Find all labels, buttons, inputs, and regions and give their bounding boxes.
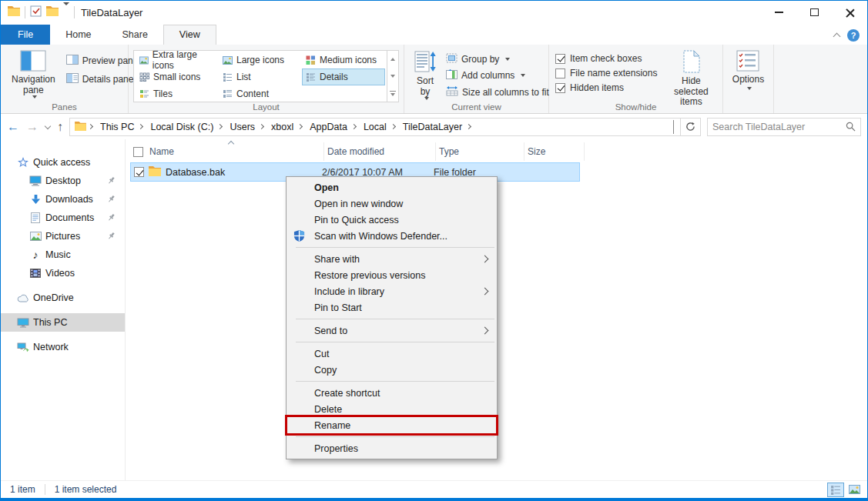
view-medium-icons[interactable]: Medium icons [302, 52, 385, 68]
menu-item-cut[interactable]: Cut [287, 346, 497, 362]
status-bar: 1 item 1 item selected [1, 480, 867, 498]
item-check-boxes-checkbox[interactable]: Item check boxes [555, 53, 657, 64]
sidebar-item-network[interactable]: Network [1, 338, 125, 356]
details-view-icon [830, 485, 841, 495]
file-name-extensions-checkbox[interactable]: File name extensions [555, 68, 657, 78]
layout-gallery: Extra large icons Large icons Medium ico… [133, 50, 387, 102]
menu-item-open-in-new-window[interactable]: Open in new window [287, 195, 497, 212]
group-label-layout: Layout [129, 102, 404, 112]
gallery-more-button[interactable] [387, 85, 398, 102]
view-large-icons[interactable]: Large icons [219, 52, 302, 68]
breadcrumb-chevron-icon [466, 124, 471, 129]
sidebar-item-desktop[interactable]: Desktop [1, 172, 125, 190]
onedrive-cloud-icon [16, 294, 30, 302]
size-all-columns-button[interactable]: Size all columns to fit [443, 84, 552, 100]
breadcrumb-local-disk-c[interactable]: Local Disk (C:) [146, 119, 226, 135]
sidebar-item-this-pc[interactable]: This PC [1, 313, 125, 332]
sidebar-item-videos[interactable]: Videos [1, 264, 125, 282]
menu-item-delete[interactable]: Delete [287, 401, 497, 417]
customize-toolbar-dropdown-icon[interactable] [63, 5, 69, 19]
tab-view[interactable]: View [163, 25, 216, 45]
column-header-size[interactable]: Size [524, 142, 585, 161]
menu-item-properties[interactable]: Properties [287, 440, 497, 456]
explorer-folder-icon[interactable] [8, 5, 20, 19]
menu-item-rename[interactable]: Rename [287, 417, 497, 433]
menu-item-create-shortcut[interactable]: Create shortcut [287, 385, 497, 401]
minimize-button[interactable] [761, 1, 796, 24]
sidebar-item-downloads[interactable]: Downloads [1, 190, 125, 209]
menu-item-restore-previous-versions[interactable]: Restore previous versions [287, 267, 497, 283]
window-title: TileDataLayer [81, 7, 142, 18]
search-input[interactable] [712, 122, 846, 132]
hidden-items-checkbox[interactable]: Hidden items [555, 82, 657, 93]
breadcrumb-local[interactable]: Local [360, 119, 399, 135]
view-tiles[interactable]: Tiles [136, 85, 219, 102]
folder-icon [149, 166, 161, 179]
details-view-toggle-button[interactable] [827, 483, 844, 497]
sidebar-item-music[interactable]: ♪ Music [1, 245, 125, 264]
menu-item-pin-to-start[interactable]: Pin to Start [287, 299, 497, 316]
search-box[interactable] [707, 118, 861, 136]
tab-home[interactable]: Home [50, 25, 106, 45]
sidebar-item-onedrive[interactable]: OneDrive [1, 289, 125, 307]
collapse-ribbon-icon[interactable] [833, 33, 841, 41]
gallery-scroll-up-button[interactable] [387, 51, 398, 68]
column-header-date-modified[interactable]: Date modified [324, 142, 436, 161]
maximize-button[interactable] [796, 1, 832, 24]
up-button[interactable]: ↑ [57, 121, 63, 133]
window-controls [761, 1, 867, 24]
breadcrumb-this-pc[interactable]: This PC [96, 119, 146, 135]
gallery-scroll-down-button[interactable] [387, 68, 398, 85]
quick-access-star-icon [16, 157, 30, 168]
tab-share[interactable]: Share [107, 25, 163, 45]
breadcrumb-chevron-icon [88, 124, 93, 129]
address-dropdown-icon[interactable] [667, 120, 680, 134]
sidebar-item-pictures[interactable]: Pictures [1, 227, 125, 245]
select-all-checkbox[interactable] [133, 147, 143, 157]
address-bar[interactable]: This PC Local Disk (C:) Users xboxl AppD… [69, 118, 681, 136]
refresh-button[interactable] [681, 118, 701, 136]
column-header-name[interactable]: Name [130, 142, 324, 161]
menu-item-open[interactable]: Open [287, 179, 497, 195]
menu-item-send-to[interactable]: Send to [287, 322, 497, 339]
tab-file[interactable]: File [1, 25, 50, 45]
menu-item-pin-to-quick-access[interactable]: Pin to Quick access [287, 212, 497, 228]
view-list[interactable]: List [219, 68, 302, 85]
hide-selected-items-icon [680, 50, 702, 76]
column-header-type[interactable]: Type [436, 142, 524, 161]
menu-item-copy[interactable]: Copy [287, 362, 497, 378]
options-button[interactable]: Options [728, 47, 769, 113]
details-pane-icon [66, 73, 79, 85]
breadcrumb-tiledatalayer[interactable]: TileDataLayer [399, 119, 474, 135]
properties-checkbox-icon[interactable] [30, 5, 42, 20]
view-details[interactable]: Details [302, 68, 385, 85]
breadcrumb-appdata[interactable]: AppData [306, 119, 360, 135]
menu-item-share-with[interactable]: Share with [287, 251, 497, 267]
column-headers: Name Date modified Type Size [130, 142, 585, 161]
view-extra-large-icons[interactable]: Extra large icons [136, 52, 219, 68]
view-small-icons[interactable]: Small icons [136, 68, 219, 85]
view-content[interactable]: Content [219, 85, 302, 102]
sidebar-item-quick-access[interactable]: Quick access [1, 153, 125, 172]
menu-separator [296, 319, 494, 319]
breadcrumb-chevron-icon [297, 124, 303, 129]
close-button[interactable] [832, 1, 867, 24]
group-by-button[interactable]: Group by [443, 52, 552, 67]
add-columns-button[interactable]: Add columns [443, 68, 552, 83]
recent-locations-dropdown-icon[interactable] [45, 122, 51, 129]
menu-item-scan-with-windows-defender[interactable]: Scan with Windows Defender... [287, 228, 497, 244]
breadcrumb-xboxl[interactable]: xboxl [267, 119, 306, 135]
breadcrumb-users[interactable]: Users [226, 119, 267, 135]
new-folder-icon[interactable] [46, 5, 59, 19]
forward-button[interactable]: → [26, 121, 39, 133]
pin-icon [107, 176, 116, 187]
row-checkbox[interactable] [134, 167, 144, 177]
close-icon [845, 8, 855, 18]
back-button[interactable]: ← [7, 121, 19, 133]
videos-icon [28, 269, 42, 278]
sidebar-item-documents[interactable]: Documents [1, 209, 125, 227]
help-icon[interactable]: ? [847, 29, 860, 42]
menu-item-include-in-library[interactable]: Include in library [287, 283, 497, 299]
selected-count: 1 item selected [45, 484, 126, 495]
large-icons-view-toggle-button[interactable] [846, 483, 863, 497]
